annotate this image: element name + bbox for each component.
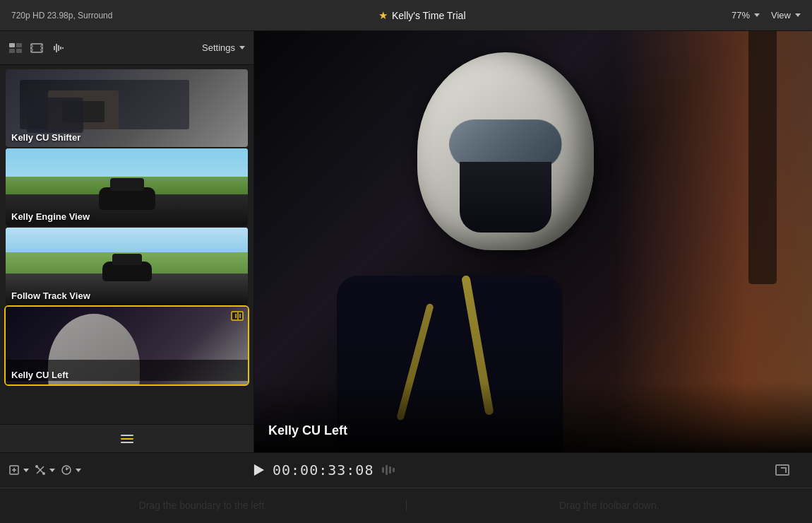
svg-rect-8: [41, 49, 43, 51]
svg-rect-4: [31, 44, 42, 52]
speed-chevron-icon: [76, 469, 81, 472]
clip-item-follow-track-view[interactable]: Follow Track View: [6, 228, 248, 305]
hint-right: Drag the toolbar down.: [407, 500, 813, 511]
clip-thumbnail-track: Follow Track View: [6, 228, 248, 305]
svg-rect-0: [9, 43, 15, 47]
clip-list: Kelly CU Shifter Kelly Engine View: [0, 65, 253, 424]
top-bar-right: 77% View: [732, 10, 801, 20]
clip-item-kelly-cu-left[interactable]: Kelly CU Left: [6, 307, 248, 384]
clip-label-shifter: Kelly CU Shifter: [11, 132, 80, 143]
playback-center: 00:00:33:08: [254, 462, 812, 478]
zoom-control[interactable]: 77%: [732, 10, 760, 20]
svg-rect-5: [30, 45, 32, 47]
fullscreen-button[interactable]: [775, 464, 789, 476]
settings-label: Settings: [202, 42, 235, 53]
main-area: Settings Kelly CU Shifter: [0, 31, 812, 452]
grid-view-icon[interactable]: [8, 42, 23, 54]
left-controls-bar: [0, 464, 254, 476]
panel-toolbar: Settings: [0, 31, 253, 65]
zoom-value: 77%: [732, 10, 750, 20]
clip-label-culeft: Kelly CU Left: [11, 370, 68, 380]
hint-area: Drag the boundary to the left. Drag the …: [0, 488, 812, 524]
clip-label-track: Follow Track View: [11, 290, 90, 301]
timecode-bars: [382, 465, 395, 475]
bar-4: [393, 468, 395, 472]
svg-point-26: [42, 472, 45, 475]
transform-chevron-icon: [23, 469, 29, 472]
view-control[interactable]: View: [771, 10, 801, 20]
svg-rect-6: [30, 49, 32, 51]
svg-rect-2: [9, 49, 15, 53]
clip-badge: [231, 311, 244, 321]
panel-bottom-bar: [0, 424, 253, 452]
hint-left: Drag the boundary to the left.: [0, 500, 407, 511]
clip-item-kelly-engine-view[interactable]: Kelly Engine View: [6, 148, 248, 226]
preview-area: Kelly CU Left: [254, 31, 812, 452]
clip-item-kelly-cu-shifter[interactable]: Kelly CU Shifter: [6, 69, 248, 147]
view-label: View: [771, 10, 791, 20]
settings-chevron-icon: [239, 46, 245, 49]
zoom-chevron-icon: [754, 13, 760, 17]
svg-point-25: [35, 465, 38, 468]
preview-clip-label: Kelly CU Left: [268, 423, 347, 438]
svg-rect-7: [41, 45, 43, 47]
trim-chevron-icon: [49, 469, 55, 472]
trim-tool-button[interactable]: [35, 464, 55, 476]
clip-thumbnail-culeft: Kelly CU Left: [6, 307, 248, 384]
clip-thumbnail-shifter: Kelly CU Shifter: [6, 69, 248, 147]
bar-3: [389, 466, 391, 474]
format-info: 720p HD 23.98p, Surround: [11, 11, 112, 20]
audio-waveform-icon[interactable]: [51, 42, 65, 54]
left-panel: Settings Kelly CU Shifter: [0, 31, 254, 452]
bar-2: [386, 465, 388, 475]
view-chevron-icon: [795, 13, 801, 17]
clip-thumbnail-engine: Kelly Engine View: [6, 148, 248, 226]
hint-left-text: Drag the boundary to the left.: [139, 500, 267, 511]
clip-label-engine: Kelly Engine View: [11, 211, 90, 222]
top-bar: 720p HD 23.98p, Surround ★ Kelly's Time …: [0, 0, 812, 31]
settings-button[interactable]: Settings: [202, 42, 245, 53]
hint-right-text: Drag the toolbar down.: [559, 500, 659, 511]
star-icon: ★: [378, 9, 388, 22]
play-button[interactable]: [254, 464, 264, 476]
project-title: Kelly's Time Trial: [392, 10, 466, 21]
bottom-area: 00:00:33:08 Drag the boundary to the lef…: [0, 452, 812, 523]
list-view-button[interactable]: [121, 435, 133, 443]
panel-toolbar-icons: [8, 42, 65, 54]
transform-tool-button[interactable]: [8, 464, 29, 476]
speed-tool-button[interactable]: [61, 464, 81, 476]
svg-rect-1: [16, 43, 22, 47]
filmstrip-icon[interactable]: [30, 42, 44, 54]
preview-video: Kelly CU Left: [254, 31, 812, 452]
bar-1: [382, 467, 384, 473]
timeline-controls: 00:00:33:08: [0, 453, 812, 488]
project-title-area: ★ Kelly's Time Trial: [378, 9, 466, 22]
timecode-display: 00:00:33:08: [273, 462, 374, 478]
svg-rect-3: [16, 49, 22, 53]
svg-rect-15: [232, 312, 243, 320]
